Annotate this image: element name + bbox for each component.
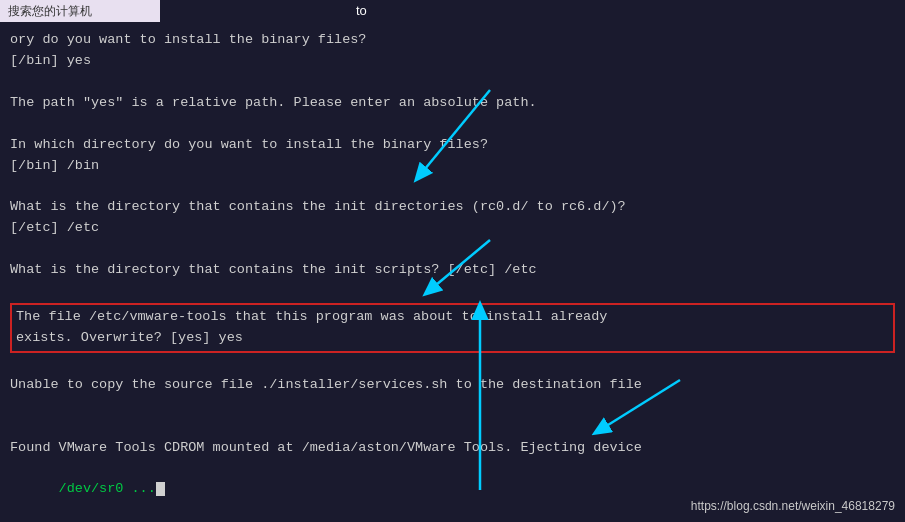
- line-empty-2: [10, 114, 895, 135]
- line-empty-8: [10, 417, 895, 438]
- line-init-scripts: What is the directory that contains the …: [10, 260, 895, 281]
- search-bar-text: 搜索您的计算机: [8, 2, 92, 21]
- highlight-box: The file /etc/vmware-tools that this pro…: [10, 303, 895, 353]
- terminal-content: ory do you want to install the binary fi…: [10, 30, 895, 521]
- line-empty-5: [10, 281, 895, 302]
- line-bin-yes: [/bin] yes: [10, 51, 895, 72]
- line-empty-6: [10, 354, 895, 375]
- line-binary-dir-q: ory do you want to install the binary fi…: [10, 30, 895, 51]
- prompt-text: /dev/sr0 ...: [59, 481, 156, 496]
- line-init-dirs: What is the directory that contains the …: [10, 197, 895, 218]
- watermark: https://blog.csdn.net/weixin_46818279: [691, 497, 895, 516]
- line-empty-7: [10, 396, 895, 417]
- line-relative-path: The path "yes" is a relative path. Pleas…: [10, 93, 895, 114]
- line-empty-4: [10, 239, 895, 260]
- line-etc-etc: [/etc] /etc: [10, 218, 895, 239]
- cursor: [156, 482, 165, 496]
- line-dev-sr0: Found VMware Tools CDROM mounted at /med…: [10, 438, 895, 459]
- line-etc-vmware: Unable to copy the source file ./install…: [10, 375, 895, 396]
- search-bar[interactable]: 搜索您的计算机: [0, 0, 160, 22]
- line-empty-3: [10, 176, 895, 197]
- header-to-text: to: [356, 0, 367, 22]
- terminal-window: 搜索您的计算机 to ory do you want to install th…: [0, 0, 905, 522]
- line-which-dir: In which directory do you want to instal…: [10, 135, 895, 156]
- line-overwrite-2: exists. Overwrite? [yes] yes: [16, 328, 889, 349]
- line-bin-bin: [/bin] /bin: [10, 156, 895, 177]
- line-overwrite-1: The file /etc/vmware-tools that this pro…: [16, 307, 889, 328]
- line-empty-1: [10, 72, 895, 93]
